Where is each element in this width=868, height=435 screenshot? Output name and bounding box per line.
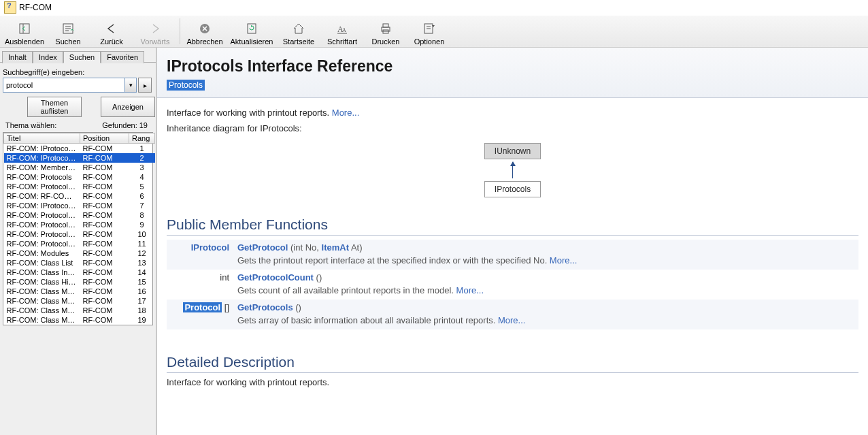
- member-name-link[interactable]: GetProtocol: [237, 242, 288, 253]
- result-title: RF-COM: Modules: [4, 248, 80, 258]
- svg-text:A: A: [342, 27, 346, 33]
- result-position: RF-COM: [80, 182, 129, 191]
- sidebar: Inhalt Index Suchen Favoriten Suchbegrif…: [0, 48, 157, 435]
- tb-search[interactable]: Suchen: [46, 21, 90, 47]
- search-dropdown-button[interactable]: ▾: [124, 78, 136, 92]
- list-topics-button[interactable]: Themen auflisten: [27, 97, 82, 117]
- result-title: RF-COM: RF-COM v...: [4, 191, 80, 201]
- result-row[interactable]: RF-COM: Protocol S...RF-COM5: [4, 182, 155, 191]
- result-row[interactable]: RF-COM: Class Mem...RF-COM17: [4, 296, 155, 306]
- result-row[interactable]: RF-COM: Class Hier...RF-COM15: [4, 277, 155, 287]
- result-rank: 4: [129, 172, 155, 182]
- result-title: RF-COM: Class Mem...: [4, 306, 80, 315]
- member-name-link[interactable]: GetProtocols: [237, 302, 293, 312]
- inheritance-diagram: IUnknown IProtocols: [167, 140, 858, 200]
- tb-options[interactable]: Optionen: [407, 21, 451, 47]
- result-title: RF-COM: Member List: [4, 163, 80, 172]
- cancel-icon: [183, 21, 227, 36]
- result-row[interactable]: RF-COM: IProtocols ...RF-COM2: [4, 153, 155, 163]
- result-row[interactable]: RF-COM: RF-COM v...RF-COM6: [4, 191, 155, 201]
- tab-favorites[interactable]: Favoriten: [101, 51, 144, 63]
- result-row[interactable]: RF-COM: ProtocolC...RF-COM8: [4, 210, 155, 220]
- inh-box-parent[interactable]: IUnknown: [484, 143, 541, 159]
- member-row: intGetProtocolCount (): [167, 270, 858, 285]
- result-row[interactable]: RF-COM: ProtocolH...RF-COM10: [4, 229, 155, 239]
- result-title: RF-COM: IProtocols...: [4, 144, 80, 154]
- result-rank: 7: [129, 201, 155, 210]
- intro-more-link[interactable]: More...: [332, 108, 359, 118]
- result-row[interactable]: RF-COM: ProtocolD...RF-COM9: [4, 220, 155, 229]
- result-row[interactable]: RF-COM: Class Mem...RF-COM18: [4, 306, 155, 315]
- tb-refresh[interactable]: Aktualisieren: [227, 21, 277, 47]
- tb-back[interactable]: Zurück: [90, 21, 133, 47]
- intro-text: Interface for working with printout repo…: [167, 108, 329, 118]
- result-position: RF-COM: [80, 277, 129, 287]
- result-row[interactable]: RF-COM: ProtocolsRF-COM4: [4, 172, 155, 182]
- member-signature: GetProtocols (): [233, 300, 858, 315]
- result-row[interactable]: RF-COM: Class IndexRF-COM14: [4, 268, 155, 277]
- member-row: IProtocolGetProtocol (int No, ItemAt At): [167, 240, 858, 255]
- member-more-link[interactable]: More...: [550, 255, 577, 265]
- detailed-text: Interface for working with printout repo…: [167, 377, 858, 387]
- result-position: RF-COM: [80, 315, 129, 325]
- return-type-link[interactable]: IProtocol: [191, 242, 229, 253]
- tb-font[interactable]: AA Schriftart: [320, 21, 364, 47]
- window-title: RF-COM: [19, 3, 52, 12]
- member-desc: Gets array of basic information about al…: [233, 315, 858, 329]
- app-icon: [4, 1, 16, 14]
- tb-home[interactable]: Startseite: [277, 21, 320, 47]
- inheritance-arrow-icon: [512, 162, 513, 178]
- tab-search[interactable]: Suchen: [63, 51, 101, 63]
- inh-box-child[interactable]: IProtocols: [484, 181, 541, 197]
- col-position[interactable]: Position: [80, 133, 129, 144]
- result-row[interactable]: RF-COM: Class ListRF-COM13: [4, 258, 155, 268]
- result-row[interactable]: RF-COM: Class Mem...RF-COM16: [4, 287, 155, 296]
- toolbar: Ausblenden Suchen Zurück Vorwärts Abbrec…: [0, 15, 868, 48]
- inheritance-label: Inheritance diagram for IProtocols:: [167, 123, 858, 133]
- result-title: RF-COM: ProtocolC...: [4, 210, 80, 220]
- search-field-wrap: ▾: [3, 78, 137, 93]
- result-row[interactable]: RF-COM: IProtocols...RF-COM1: [4, 144, 155, 154]
- member-return: IProtocol: [167, 240, 233, 255]
- arrow-right-icon: [133, 21, 177, 36]
- show-button[interactable]: Anzeigen: [101, 97, 155, 117]
- member-signature: GetProtocolCount (): [233, 270, 858, 285]
- tb-cancel[interactable]: Abbrechen: [183, 21, 227, 47]
- result-rank: 1: [129, 144, 155, 154]
- result-title: RF-COM: Class Mem...: [4, 287, 80, 296]
- result-row[interactable]: RF-COM: IProtocol I...RF-COM7: [4, 201, 155, 210]
- result-row[interactable]: RF-COM: Member ListRF-COM3: [4, 163, 155, 172]
- tb-print[interactable]: Drucken: [364, 21, 407, 47]
- result-row[interactable]: RF-COM: Class Mem...RF-COM19: [4, 315, 155, 325]
- result-row[interactable]: RF-COM: ModulesRF-COM12: [4, 248, 155, 258]
- doc-header: IProtocols Interface Reference Protocols: [157, 48, 868, 98]
- tab-content[interactable]: Inhalt: [2, 51, 33, 63]
- col-rank[interactable]: Rang: [129, 133, 155, 144]
- col-title[interactable]: Titel: [4, 133, 80, 144]
- result-rank: 8: [129, 210, 155, 220]
- arrow-left-icon: [90, 21, 133, 36]
- result-title: RF-COM: Class List: [4, 258, 80, 268]
- font-icon: AA: [320, 21, 364, 36]
- member-more-link[interactable]: More...: [456, 285, 484, 295]
- result-row[interactable]: RF-COM: ProtocolN...RF-COM11: [4, 239, 155, 248]
- result-position: RF-COM: [80, 287, 129, 296]
- member-more-link[interactable]: More...: [498, 315, 525, 325]
- tb-hide[interactable]: Ausblenden: [3, 21, 46, 47]
- result-rank: 11: [129, 239, 155, 248]
- member-return: int: [167, 270, 233, 285]
- member-desc: Gets the printout report interface at th…: [233, 255, 858, 270]
- return-type-link[interactable]: Protocol: [183, 302, 222, 312]
- home-icon: [277, 21, 320, 36]
- member-desc: Gets count of all available printout rep…: [233, 285, 858, 300]
- param-type-link[interactable]: ItemAt: [322, 242, 349, 253]
- search-go-button[interactable]: ▸: [138, 78, 152, 93]
- tab-index[interactable]: Index: [33, 51, 63, 63]
- content-pane[interactable]: IProtocols Interface Reference Protocols…: [157, 48, 868, 435]
- pick-topic-label: Thema wählen:: [5, 121, 56, 129]
- module-chip[interactable]: Protocols: [167, 80, 205, 91]
- search-input[interactable]: [3, 78, 124, 92]
- page-title: IProtocols Interface Reference: [167, 57, 858, 76]
- member-name-link[interactable]: GetProtocolCount: [237, 272, 314, 283]
- result-rank: 13: [129, 258, 155, 268]
